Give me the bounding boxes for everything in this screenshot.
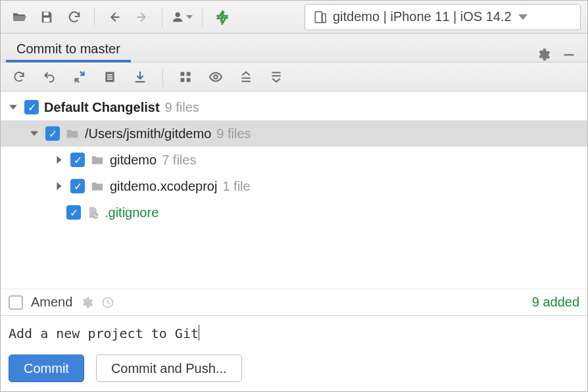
toolbar-separator (162, 67, 163, 87)
disclosure-expanded-icon[interactable] (28, 130, 40, 137)
phone-icon (313, 11, 326, 24)
disclosure-collapsed-icon[interactable] (53, 156, 65, 164)
file-count: 1 file (222, 179, 250, 194)
file-count: 7 files (162, 153, 196, 168)
folder-label: gitdemo (110, 153, 157, 168)
commit-and-push-button[interactable]: Commit and Push... (96, 355, 242, 382)
checkbox-checked[interactable]: ✓ (66, 205, 81, 220)
amend-label: Amend (31, 295, 72, 310)
minimize-icon[interactable] (562, 48, 576, 61)
checkbox-checked[interactable]: ✓ (24, 100, 39, 114)
back-icon[interactable] (103, 5, 126, 29)
rollback-icon[interactable] (37, 65, 61, 89)
tool-window-tabs: Commit to master (1, 34, 587, 62)
amend-checkbox[interactable] (9, 295, 23, 310)
svg-rect-9 (107, 78, 112, 80)
gear-icon[interactable] (536, 47, 551, 62)
run-config-selector[interactable]: gitdemo | iPhone 11 | iOS 14.2 (305, 4, 581, 30)
tree-folder-row[interactable]: ✓ /Users/jsmith/gitdemo 9 files (1, 120, 587, 147)
open-icon[interactable] (7, 5, 31, 29)
file-count: 9 files (216, 126, 251, 141)
svg-rect-4 (322, 14, 326, 22)
merge-arrows-icon[interactable] (68, 65, 91, 89)
changelist-icon[interactable] (98, 65, 122, 89)
disclosure-collapsed-icon[interactable] (53, 182, 65, 190)
disclosure-expanded-icon[interactable] (7, 103, 19, 111)
checkbox-checked[interactable]: ✓ (70, 153, 85, 167)
commit-toolbar (1, 62, 587, 91)
file-label: .gitignore (105, 205, 159, 220)
folder-label: gitdemo.xcodeproj (110, 179, 217, 194)
commit-message-input[interactable]: Add a new project to Git (1, 315, 587, 348)
svg-rect-3 (315, 11, 322, 22)
history-icon[interactable] (101, 296, 114, 309)
button-label: Commit and Push... (111, 361, 227, 376)
svg-point-14 (214, 75, 218, 79)
run-config-label: gitdemo | iPhone 11 | iOS 14.2 (333, 9, 512, 24)
toolbar-separator (202, 7, 203, 27)
path-label: /Users/jsmith/gitdemo (85, 126, 211, 141)
gear-icon[interactable] (80, 296, 93, 309)
commit-button[interactable]: Commit (9, 355, 84, 382)
build-icon[interactable] (210, 5, 234, 29)
amend-row: Amend 9 added (1, 289, 587, 315)
svg-rect-1 (43, 17, 49, 21)
collapse-all-icon[interactable] (264, 65, 288, 89)
folder-icon (65, 126, 80, 141)
user-icon[interactable] (170, 5, 194, 29)
file-count: 9 files (165, 100, 199, 115)
main-toolbar: gitdemo | iPhone 11 | iOS 14.2 (1, 1, 587, 34)
chevron-down-icon (518, 12, 527, 22)
svg-rect-12 (181, 78, 185, 82)
svg-rect-0 (43, 12, 48, 15)
group-icon[interactable] (174, 65, 197, 89)
status-added: 9 added (532, 295, 579, 310)
file-icon (86, 205, 99, 220)
changelist-label: Default Changelist (44, 100, 160, 115)
forward-icon[interactable] (130, 5, 154, 29)
expand-all-icon[interactable] (234, 65, 258, 89)
tree-folder-row[interactable]: ✓ gitdemo 7 files (1, 147, 587, 173)
checkbox-checked[interactable]: ✓ (45, 126, 60, 141)
save-icon[interactable] (35, 5, 59, 29)
toolbar-separator (94, 7, 95, 27)
refresh-icon[interactable] (62, 5, 86, 29)
svg-rect-8 (107, 76, 112, 78)
toolbar-separator (162, 7, 162, 27)
button-label: Commit (24, 361, 69, 376)
tab-label: Commit to master (16, 41, 120, 56)
preview-icon[interactable] (204, 65, 228, 89)
commit-buttons: Commit Commit and Push... (1, 348, 587, 391)
tree-folder-row[interactable]: ✓ gitdemo.xcodeproj 1 file (1, 173, 587, 199)
svg-rect-13 (187, 78, 191, 82)
svg-rect-7 (107, 74, 112, 75)
checkbox-checked[interactable]: ✓ (70, 179, 85, 193)
changes-tree: ✓ Default Changelist 9 files ✓ /Users/js… (1, 91, 587, 282)
svg-rect-11 (187, 72, 191, 76)
svg-rect-10 (181, 72, 185, 76)
text-cursor (199, 325, 199, 341)
shelve-icon[interactable] (128, 65, 152, 89)
changelist-root[interactable]: ✓ Default Changelist 9 files (1, 94, 587, 120)
ide-window: gitdemo | iPhone 11 | iOS 14.2 Commit to… (0, 0, 588, 392)
svg-point-2 (176, 12, 180, 16)
tab-commit[interactable]: Commit to master (6, 35, 131, 62)
folder-icon (90, 153, 105, 167)
refresh-icon[interactable] (7, 65, 31, 89)
commit-message-text: Add a new project to Git (9, 326, 199, 341)
tree-file-row[interactable]: ✓ .gitignore (1, 199, 587, 226)
folder-icon (90, 179, 105, 193)
svg-rect-5 (564, 54, 574, 56)
